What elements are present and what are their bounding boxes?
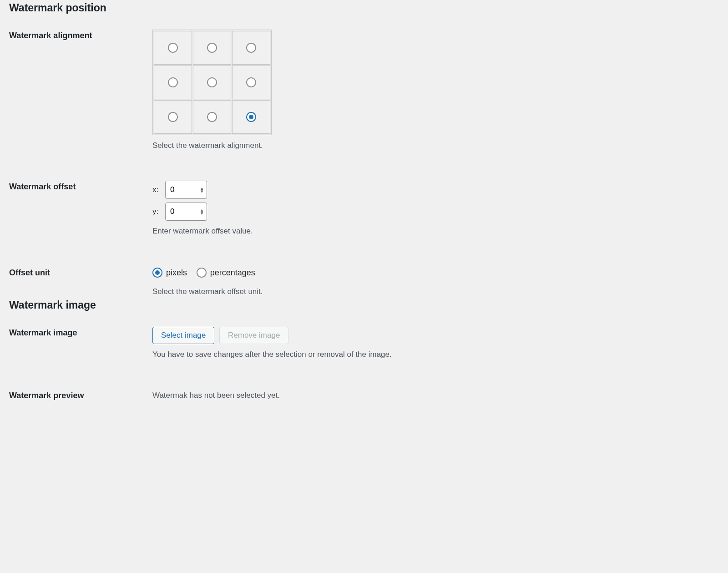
offset-y-label: y: — [152, 206, 165, 218]
row-watermark-preview: Watermark preview Watermak has not been … — [9, 390, 719, 402]
label-watermark-alignment: Watermark alignment — [9, 30, 152, 181]
alignment-middle-right[interactable] — [233, 66, 270, 99]
offset-unit-pixels[interactable]: pixels — [152, 267, 187, 279]
alignment-bottom-right[interactable] — [233, 101, 270, 133]
settings-table-image: Watermark image Select image Remove imag… — [9, 327, 719, 402]
alignment-top-left[interactable] — [154, 31, 192, 64]
section-heading-image: Watermark image — [9, 297, 719, 313]
alignment-top-right[interactable] — [233, 31, 270, 64]
offset-x-input[interactable] — [165, 181, 207, 199]
row-watermark-image: Watermark image Select image Remove imag… — [9, 327, 719, 390]
select-image-button[interactable]: Select image — [152, 327, 214, 344]
offset-x-label: x: — [152, 184, 165, 196]
remove-image-button: Remove image — [219, 327, 288, 344]
description-alignment: Select the watermark alignment. — [152, 140, 714, 152]
section-heading-position: Watermark position — [9, 0, 719, 16]
label-offset-unit: Offset unit — [9, 267, 152, 298]
label-watermark-image: Watermark image — [9, 327, 152, 390]
alignment-bottom-left[interactable] — [154, 101, 192, 133]
row-watermark-offset: Watermark offset x: ▴▾ y: ▴▾ Enter — [9, 181, 719, 267]
offset-unit-percentages[interactable]: percentages — [197, 267, 255, 279]
alignment-bottom-center[interactable] — [193, 101, 231, 133]
label-watermark-preview: Watermark preview — [9, 390, 152, 402]
offset-y-input[interactable] — [165, 203, 207, 221]
row-offset-unit: Offset unit pixels percentages Select th… — [9, 267, 719, 298]
offset-unit-percentages-label: percentages — [210, 267, 255, 279]
description-offset-unit: Select the watermark offset unit. — [152, 286, 714, 298]
description-offset: Enter watermark offset value. — [152, 225, 714, 237]
description-watermark-image: You have to save changes after the selec… — [152, 349, 714, 360]
preview-status-text: Watermak has not been selected yet. — [152, 391, 280, 400]
settings-table-position: Watermark alignment — [9, 30, 719, 298]
offset-unit-pixels-label: pixels — [166, 267, 187, 279]
alignment-top-center[interactable] — [193, 31, 231, 64]
alignment-grid — [152, 30, 272, 135]
label-watermark-offset: Watermark offset — [9, 181, 152, 267]
alignment-middle-center[interactable] — [193, 66, 231, 99]
alignment-middle-left[interactable] — [154, 66, 192, 99]
row-watermark-alignment: Watermark alignment — [9, 30, 719, 181]
